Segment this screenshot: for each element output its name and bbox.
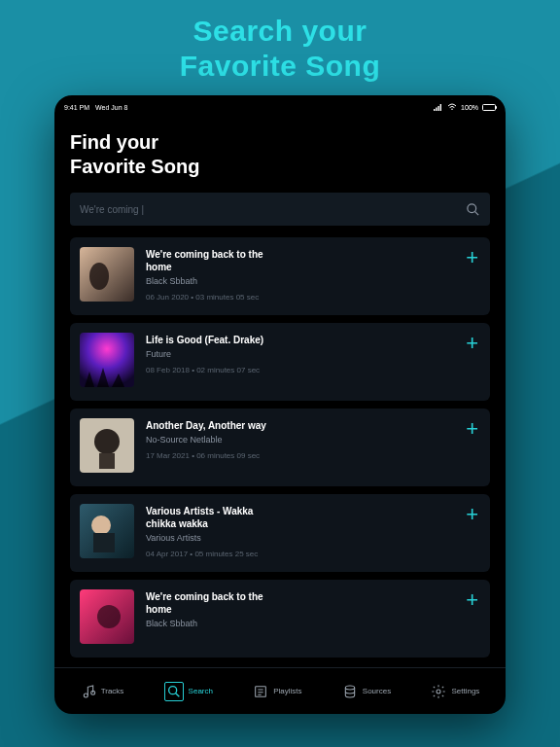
svg-point-18 [84,694,88,697]
add-button[interactable]: + [466,418,478,440]
song-artist: Future [146,349,454,359]
song-artist: Black Sbbath [146,276,454,286]
song-detail: 04 Apr 2017 • 05 minutes 25 sec [146,550,454,558]
add-button[interactable]: + [466,589,478,611]
song-artist: Various Artists [146,533,454,543]
svg-point-4 [451,108,453,110]
album-art [80,247,134,302]
svg-point-17 [97,605,121,628]
svg-rect-12 [99,453,115,469]
search-bar[interactable] [70,193,490,226]
promo-headline: Search your Favorite Song [180,14,381,84]
svg-line-21 [175,693,179,696]
svg-point-20 [168,686,176,694]
result-card[interactable]: Life is Good (Feat. Drake)Future08 Feb 2… [70,323,490,401]
song-artist: No-Source Netlable [146,435,454,445]
result-card[interactable]: Another Day, Another wayNo-Source Netlab… [70,409,490,486]
tab-playlists[interactable]: Playlists [253,684,301,699]
tracks-icon [81,684,96,699]
battery-icon [482,104,496,111]
song-meta: We're coming back to the homeBlack Sbbat… [146,589,454,628]
song-detail: 17 Mar 2021 • 06 minutes 09 sec [146,451,454,460]
result-card[interactable]: We're coming back to the homeBlack Sbbat… [70,580,490,658]
tab-search[interactable]: Search [164,682,213,701]
svg-line-6 [474,211,478,215]
song-artist: Black Sbbath [146,619,454,628]
tab-label-sources: Sources [363,687,391,695]
tab-label-settings: Settings [451,687,479,695]
add-button[interactable]: + [466,333,478,354]
sources-icon [342,684,358,699]
svg-point-5 [468,203,476,212]
result-card[interactable]: We're coming back to the homeBlack Sbbat… [70,237,490,315]
signal-icon [434,103,443,112]
song-title: We're coming back to the home [146,590,272,616]
album-art [80,504,134,558]
song-meta: We're coming back to the homeBlack Sbbat… [146,247,454,302]
svg-point-26 [345,686,354,690]
song-title: Various Artists - Wakka chikka wakka [146,505,272,530]
song-detail: 06 Jun 2020 • 03 minutes 05 sec [146,293,454,302]
svg-point-27 [437,690,440,694]
svg-rect-2 [438,106,438,111]
search-tab-icon [164,682,184,701]
svg-rect-0 [434,109,435,111]
song-detail: 08 Feb 2018 • 02 minutes 07 sec [146,366,454,374]
svg-point-8 [89,263,109,290]
status-bar: 9:41 PM Wed Jun 8 100% [54,99,506,115]
add-button[interactable]: + [466,504,478,525]
tab-label-search: Search [189,687,213,695]
song-meta: Life is Good (Feat. Drake)Future08 Feb 2… [146,333,454,374]
page-title-line1: Find your [70,131,158,153]
svg-point-14 [91,516,111,535]
promo-headline-line1: Search your [193,15,368,47]
tab-tracks[interactable]: Tracks [81,684,124,699]
album-art [80,333,134,387]
results-list: We're coming back to the homeBlack Sbbat… [70,237,490,667]
tab-settings[interactable]: Settings [431,684,479,699]
svg-rect-1 [436,107,437,111]
album-art [80,589,134,644]
tab-bar: Tracks Search Playlists Sources Settings [54,667,506,714]
svg-point-11 [94,429,120,454]
album-art [80,418,134,473]
result-card[interactable]: Various Artists - Wakka chikka wakkaVari… [70,494,490,572]
add-button[interactable]: + [466,247,478,268]
promo-headline-line2: Favorite Song [180,50,381,82]
song-title: Another Day, Another way [146,419,272,432]
song-title: We're coming back to the home [146,248,272,273]
tab-label-tracks: Tracks [101,687,124,695]
search-icon[interactable] [466,202,480,217]
settings-icon [431,684,446,699]
song-title: Life is Good (Feat. Drake) [146,334,272,346]
search-input[interactable] [80,204,466,215]
status-date: Wed Jun 8 [95,104,127,111]
page-title-line2: Favorite Song [70,156,199,177]
page-title: Find your Favorite Song [70,130,490,179]
status-battery-text: 100% [461,104,478,111]
tab-sources[interactable]: Sources [342,684,391,699]
device-frame: 9:41 PM Wed Jun 8 100% Find your Favorit… [54,95,506,714]
tab-label-playlists: Playlists [273,687,301,695]
wifi-icon [447,103,457,112]
song-meta: Another Day, Another wayNo-Source Netlab… [146,418,454,460]
playlists-icon [253,684,268,699]
svg-rect-3 [440,104,441,111]
status-time: 9:41 PM [64,104,89,111]
song-meta: Various Artists - Wakka chikka wakkaVari… [146,504,454,558]
svg-rect-15 [93,533,115,552]
